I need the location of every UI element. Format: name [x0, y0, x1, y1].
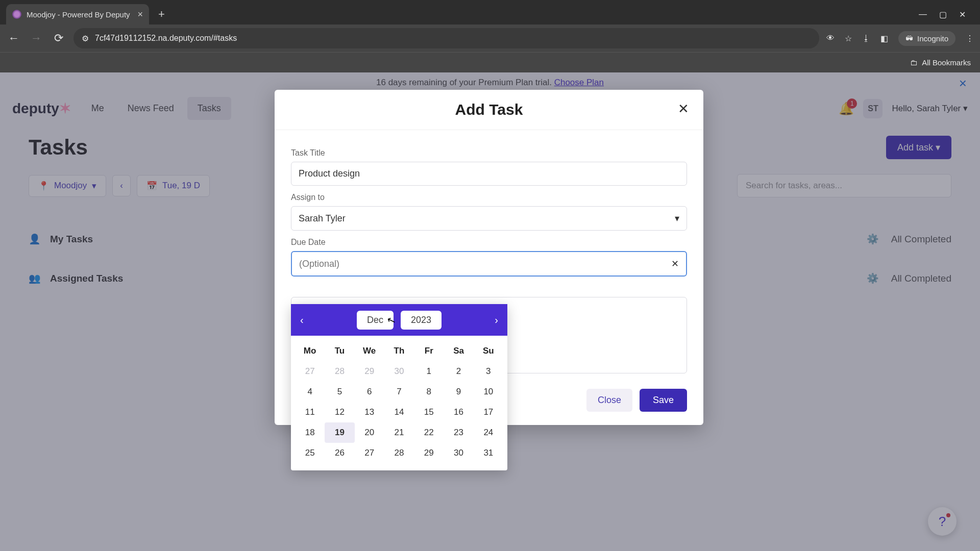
- date-picker: ‹ Dec 2023 › MoTuWeThFrSaSu2728293012345…: [291, 304, 507, 470]
- assign-to-label: Assign to: [291, 193, 687, 202]
- tab-title: Moodjoy - Powered By Deputy: [27, 10, 132, 19]
- kebab-menu-icon[interactable]: ⋮: [966, 34, 974, 43]
- calendar-dow: We: [355, 341, 384, 361]
- assign-to-value: Sarah Tyler: [299, 213, 346, 224]
- calendar-day[interactable]: 2: [444, 361, 473, 382]
- modal-close-icon[interactable]: ✕: [678, 101, 689, 117]
- due-date-input[interactable]: (Optional) ✕: [291, 251, 687, 277]
- calendar-day[interactable]: 15: [414, 402, 444, 422]
- all-bookmarks-button[interactable]: 🗀 All Bookmarks: [910, 58, 971, 67]
- close-tab-icon[interactable]: ×: [137, 9, 143, 20]
- calendar-day[interactable]: 4: [295, 382, 325, 402]
- calendar-day[interactable]: 29: [355, 361, 384, 382]
- calendar-grid: MoTuWeThFrSaSu27282930123456789101112131…: [291, 336, 507, 470]
- maximize-icon[interactable]: ▢: [939, 10, 947, 19]
- prev-month-icon[interactable]: ‹: [300, 314, 304, 326]
- back-icon[interactable]: ←: [6, 31, 21, 46]
- calendar-day[interactable]: 11: [295, 402, 325, 422]
- calendar-day[interactable]: 29: [414, 443, 444, 463]
- forward-icon: →: [29, 31, 44, 46]
- calendar-day[interactable]: 5: [325, 382, 354, 402]
- calendar-day[interactable]: 16: [444, 402, 473, 422]
- calendar-dow: Fr: [414, 341, 444, 361]
- minimize-icon[interactable]: —: [919, 10, 927, 19]
- window-controls: — ▢ ✕: [919, 10, 974, 19]
- url-bar: ← → ⟳ ⚙ 7cf47d19112152.na.deputy.com/#ta…: [0, 24, 980, 52]
- calendar-day[interactable]: 30: [444, 443, 473, 463]
- bookmarks-bar: 🗀 All Bookmarks: [0, 52, 980, 72]
- due-date-placeholder: (Optional): [299, 259, 339, 269]
- calendar-day[interactable]: 1: [414, 361, 444, 382]
- new-tab-button[interactable]: +: [153, 5, 170, 24]
- incognito-icon: 🕶: [905, 34, 913, 43]
- task-title-input[interactable]: [291, 162, 687, 186]
- site-settings-icon[interactable]: ⚙: [82, 34, 89, 43]
- tab-bar: Moodjoy - Powered By Deputy × + — ▢ ✕: [0, 0, 980, 24]
- month-select[interactable]: Dec: [357, 311, 394, 330]
- page: 16 days remaining of your Premium Plan t…: [0, 72, 980, 551]
- calendar-day[interactable]: 6: [355, 382, 384, 402]
- reload-icon[interactable]: ⟳: [51, 31, 66, 46]
- downloads-icon[interactable]: ⭳: [862, 34, 870, 43]
- calendar-day[interactable]: 7: [384, 382, 414, 402]
- url-input[interactable]: ⚙ 7cf47d19112152.na.deputy.com/#tasks: [74, 28, 819, 48]
- chevron-down-icon: ▾: [675, 213, 679, 224]
- url-text: 7cf47d19112152.na.deputy.com/#tasks: [95, 34, 237, 43]
- calendar-day[interactable]: 8: [414, 382, 444, 402]
- favicon-icon: [12, 10, 21, 19]
- calendar-day[interactable]: 24: [474, 422, 503, 443]
- calendar-dow: Tu: [325, 341, 354, 361]
- calendar-day[interactable]: 12: [325, 402, 354, 422]
- task-title-label: Task Title: [291, 148, 687, 158]
- calendar-day[interactable]: 27: [295, 361, 325, 382]
- all-bookmarks-label: All Bookmarks: [922, 58, 971, 67]
- calendar-day[interactable]: 27: [355, 443, 384, 463]
- bookmark-star-icon[interactable]: ☆: [845, 34, 852, 43]
- incognito-label: Incognito: [917, 34, 948, 43]
- close-window-icon[interactable]: ✕: [959, 10, 966, 19]
- modal-title: Add Task: [455, 101, 523, 118]
- next-month-icon[interactable]: ›: [495, 314, 498, 326]
- calendar-header: ‹ Dec 2023 ›: [291, 304, 507, 336]
- calendar-day[interactable]: 26: [325, 443, 354, 463]
- browser-tab[interactable]: Moodjoy - Powered By Deputy ×: [6, 4, 149, 24]
- calendar-day[interactable]: 17: [474, 402, 503, 422]
- calendar-day[interactable]: 30: [384, 361, 414, 382]
- calendar-day[interactable]: 3: [474, 361, 503, 382]
- calendar-day[interactable]: 28: [325, 361, 354, 382]
- clear-date-icon[interactable]: ✕: [671, 258, 679, 269]
- year-select[interactable]: 2023: [401, 311, 442, 330]
- calendar-day[interactable]: 10: [474, 382, 503, 402]
- assign-to-select[interactable]: Sarah Tyler ▾: [291, 206, 687, 231]
- incognito-badge[interactable]: 🕶 Incognito: [898, 31, 955, 46]
- calendar-dow: Sa: [444, 341, 473, 361]
- calendar-dow: Th: [384, 341, 414, 361]
- calendar-day[interactable]: 13: [355, 402, 384, 422]
- eye-off-icon[interactable]: 👁: [826, 34, 835, 43]
- add-task-modal: Add Task ✕ Task Title Assign to Sarah Ty…: [275, 90, 703, 425]
- browser-chrome: Moodjoy - Powered By Deputy × + — ▢ ✕ ← …: [0, 0, 980, 72]
- calendar-day[interactable]: 19: [325, 422, 354, 443]
- calendar-day[interactable]: 31: [474, 443, 503, 463]
- calendar-day[interactable]: 14: [384, 402, 414, 422]
- folder-icon: 🗀: [910, 58, 918, 67]
- calendar-day[interactable]: 18: [295, 422, 325, 443]
- calendar-dow: Mo: [295, 341, 325, 361]
- calendar-day[interactable]: 25: [295, 443, 325, 463]
- close-button[interactable]: Close: [586, 389, 632, 412]
- calendar-day[interactable]: 28: [384, 443, 414, 463]
- sidepanel-icon[interactable]: ◧: [880, 34, 888, 43]
- calendar-dow: Su: [474, 341, 503, 361]
- calendar-day[interactable]: 22: [414, 422, 444, 443]
- save-button[interactable]: Save: [640, 389, 687, 412]
- url-actions: 👁 ☆ ⭳ ◧ 🕶 Incognito ⋮: [826, 31, 974, 46]
- calendar-day[interactable]: 9: [444, 382, 473, 402]
- calendar-day[interactable]: 23: [444, 422, 473, 443]
- modal-header: Add Task ✕: [275, 90, 703, 130]
- due-date-label: Due Date: [291, 238, 687, 247]
- calendar-day[interactable]: 21: [384, 422, 414, 443]
- calendar-day[interactable]: 20: [355, 422, 384, 443]
